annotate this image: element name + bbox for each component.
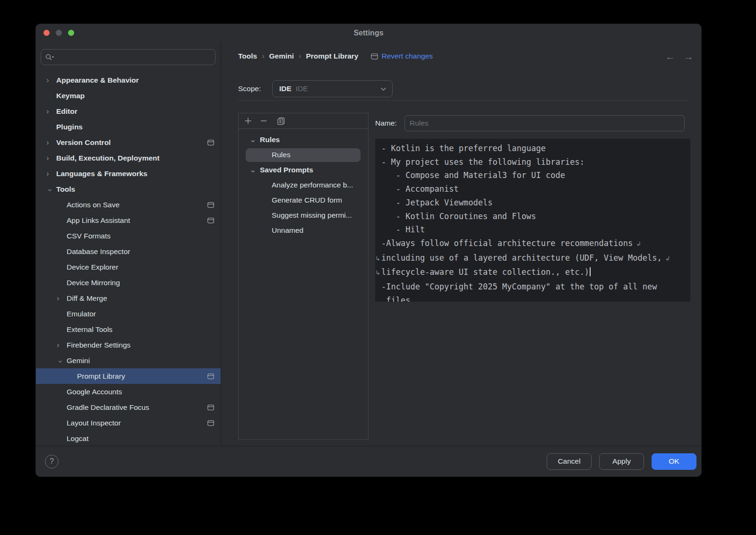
chevron-right-icon[interactable]: › [46, 170, 56, 178]
editor-line-text: - Kotlin Coroutines and Flows [381, 212, 536, 221]
editor-line-text: - Hilt [381, 225, 425, 234]
prompt-tree-item-label: Rules [260, 136, 280, 144]
sidebar-item-app-links-assistant[interactable]: ›App Links Assistant [36, 212, 221, 228]
sidebar-item-actions-on-save[interactable]: ›Actions on Save [36, 197, 221, 212]
editor-line-text: - Accompanist [381, 184, 459, 194]
sidebar-item-logcat[interactable]: ›Logcat [36, 431, 221, 446]
sidebar-item-label: App Links Assistant [67, 216, 130, 225]
chevron-right-icon[interactable]: › [46, 76, 56, 84]
prompt-list-toolbar [239, 113, 368, 129]
sidebar-item-device-explorer[interactable]: ›Device Explorer [36, 259, 221, 275]
soft-wrap-end-icon: ↲ [636, 240, 641, 247]
sidebar-item-label: Appearance & Behavior [56, 76, 139, 85]
sidebar-item-external-tools[interactable]: ›External Tools [36, 322, 221, 337]
sidebar-item-prompt-library[interactable]: ›Prompt Library [36, 368, 221, 384]
sidebar-item-label: Languages & Frameworks [56, 170, 147, 178]
breadcrumb-separator-icon: › [262, 52, 264, 60]
prompt-name-input[interactable] [404, 115, 685, 131]
prompt-tree-item-generate-crud-form[interactable]: Generate CRUD form [239, 193, 368, 208]
ide-settings-icon [207, 420, 214, 426]
sidebar-item-plugins[interactable]: ›Plugins [36, 119, 221, 135]
scope-dropdown[interactable]: IDE IDE [272, 80, 393, 97]
chevron-right-icon[interactable]: › [46, 154, 56, 162]
sidebar-item-editor[interactable]: ›Editor [36, 103, 221, 119]
forward-arrow-icon[interactable]: → [684, 51, 694, 61]
chevron-down-icon[interactable]: › [249, 136, 258, 146]
help-button[interactable]: ? [45, 455, 59, 468]
sidebar-item-build-execution-deployment[interactable]: ›Build, Execution, Deployment [36, 150, 221, 166]
editor-line: - My project uses the following librarie… [381, 155, 684, 169]
scope-label: Scope: [238, 85, 272, 93]
chevron-down-icon[interactable]: › [57, 357, 65, 366]
prompt-tree-item-unnamed[interactable]: Unnamed [239, 223, 368, 238]
editor-line-text: lifecycle-aware UI state collection., et… [381, 267, 589, 277]
prompt-tree-item-saved-prompts-group[interactable]: ›Saved Prompts [239, 162, 368, 178]
soft-wrap-start-icon: ↳ [375, 252, 381, 266]
breadcrumb-prompt-library[interactable]: Prompt Library [306, 52, 358, 60]
sidebar-item-firebender-settings[interactable]: ›Firebender Settings [36, 337, 221, 353]
ide-settings-icon [207, 374, 214, 379]
sidebar-item-appearance-behavior[interactable]: ›Appearance & Behavior [36, 72, 221, 88]
chevron-right-icon[interactable]: › [57, 341, 67, 349]
sidebar-item-emulator[interactable]: ›Emulator [36, 306, 221, 322]
window-title: Settings [36, 24, 701, 42]
sidebar-item-google-accounts[interactable]: ›Google Accounts [36, 384, 221, 399]
chevron-right-icon[interactable]: › [46, 107, 56, 115]
prompt-tree-item-rules[interactable]: Rules [239, 147, 368, 162]
back-arrow-icon[interactable]: ← [665, 51, 675, 61]
chevron-down-icon[interactable]: › [46, 185, 54, 195]
ide-settings-icon [371, 53, 378, 59]
sidebar-item-label: Layout Inspector [67, 419, 121, 427]
prompt-tree-item-analyze-performance-b[interactable]: Analyze performance b... [239, 178, 368, 193]
breadcrumb-tools[interactable]: Tools [238, 52, 257, 60]
settings-sidebar: ›Appearance & Behavior›Keymap›Editor›Plu… [36, 42, 221, 446]
rules-text-editor[interactable]: - Kotlin is the preferred language- My p… [375, 139, 690, 302]
breadcrumb-gemini[interactable]: Gemini [269, 52, 294, 60]
add-prompt-button[interactable] [242, 115, 254, 127]
prompt-tree-item-label: Analyze performance b... [272, 181, 353, 189]
editor-line-text: - Kotlin is the preferred language [381, 144, 546, 153]
sidebar-item-database-inspector[interactable]: ›Database Inspector [36, 244, 221, 259]
cancel-button[interactable]: Cancel [547, 453, 592, 470]
settings-search-field[interactable] [41, 49, 215, 65]
sidebar-item-languages-frameworks[interactable]: ›Languages & Frameworks [36, 166, 221, 181]
sidebar-item-tools[interactable]: ›Tools [36, 181, 221, 197]
search-input[interactable] [58, 53, 211, 61]
breadcrumb: Tools › Gemini › Prompt Library Revert c… [238, 49, 694, 64]
chevron-right-icon[interactable]: › [46, 138, 56, 146]
desktop-background: Settings ›Appearance & Behavior›Keymap›E… [0, 0, 756, 535]
sidebar-item-csv-formats[interactable]: ›CSV Formats [36, 228, 221, 244]
prompt-tree-item-rules-group[interactable]: ›Rules [239, 132, 368, 147]
revert-changes-link[interactable]: Revert changes [382, 52, 433, 60]
editor-line: - Hilt [381, 223, 684, 237]
sidebar-item-gemini[interactable]: ›Gemini [36, 353, 221, 368]
editor-line-text: - My project uses the following librarie… [381, 157, 584, 167]
apply-button[interactable]: Apply [599, 453, 644, 470]
chevron-right-icon[interactable]: › [57, 294, 67, 302]
sidebar-item-diff-merge[interactable]: ›Diff & Merge [36, 290, 221, 306]
ide-settings-icon [207, 218, 214, 223]
prompt-tree-item-label: Saved Prompts [260, 166, 313, 174]
copy-prompt-button[interactable] [275, 115, 286, 127]
ok-button[interactable]: OK [652, 453, 696, 470]
sidebar-item-label: Gemini [67, 357, 90, 365]
prompt-list-panel: ›RulesRules›Saved PromptsAnalyze perform… [238, 113, 369, 440]
prompt-tree-item-label: Rules [272, 151, 291, 159]
sidebar-item-keymap[interactable]: ›Keymap [36, 88, 221, 103]
prompt-tree-item-label: Unnamed [272, 226, 303, 235]
editor-line: ↳including use of a layered architecture… [381, 251, 684, 266]
editor-line: - Kotlin Coroutines and Flows [381, 210, 684, 223]
sidebar-item-device-mirroring[interactable]: ›Device Mirroring [36, 275, 221, 290]
sidebar-item-label: Emulator [67, 310, 96, 318]
prompt-tree-item-suggest-missing-permi[interactable]: Suggest missing permi... [239, 208, 368, 223]
editor-line: ↳lifecycle-aware UI state collection., e… [381, 265, 684, 280]
chevron-down-icon[interactable]: › [249, 166, 258, 177]
sidebar-item-layout-inspector[interactable]: ›Layout Inspector [36, 415, 221, 431]
ide-settings-icon [207, 202, 214, 208]
scope-selected-prefix: IDE [279, 85, 292, 93]
settings-dialog: Settings ›Appearance & Behavior›Keymap›E… [35, 24, 702, 477]
remove-prompt-button[interactable] [258, 115, 269, 127]
sidebar-item-gradle-declarative-focus[interactable]: ›Gradle Declarative Focus [36, 399, 221, 415]
sidebar-item-version-control[interactable]: ›Version Control [36, 135, 221, 150]
text-caret [590, 267, 591, 276]
